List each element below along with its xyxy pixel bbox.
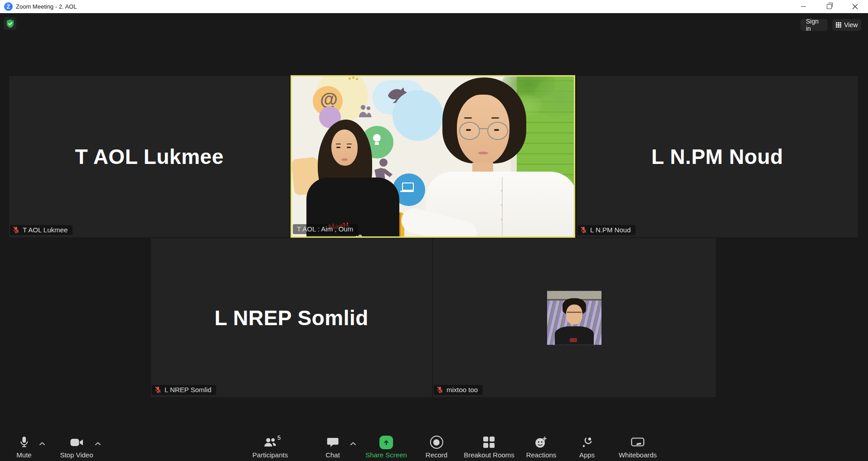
view-grid-icon xyxy=(836,22,842,28)
participant-tile-noud[interactable]: L N.PM Noud L N.PM Noud xyxy=(577,76,858,237)
view-button[interactable]: View xyxy=(832,19,861,31)
breakout-rooms-button[interactable]: Breakout Rooms xyxy=(464,435,514,459)
participants-count-badge: 5 xyxy=(277,434,281,441)
reactions-button[interactable]: Reactions xyxy=(526,435,557,459)
chevron-up-icon xyxy=(95,442,101,446)
meeting-security-button[interactable] xyxy=(4,17,16,30)
title-bar: Z Zoom Meeting - 2. AOL xyxy=(0,0,868,13)
record-button[interactable]: Record xyxy=(426,435,447,459)
participant-display-name: T AOL Lukmee xyxy=(75,144,223,169)
reactions-label: Reactions xyxy=(526,451,557,459)
close-button[interactable] xyxy=(842,0,868,13)
profile-photo xyxy=(547,291,601,345)
video-feed: @ xyxy=(292,77,574,236)
zoom-logo-icon: Z xyxy=(4,2,13,11)
face-detail xyxy=(491,117,499,119)
muted-mic-icon xyxy=(12,226,20,234)
breakout-rooms-label: Breakout Rooms xyxy=(464,451,514,459)
share-screen-icon xyxy=(379,436,393,449)
view-label: View xyxy=(844,21,858,29)
whiteboard-icon xyxy=(631,437,645,447)
shield-check-icon xyxy=(6,19,14,28)
participant-name-label: L NREP Somlid xyxy=(152,385,216,395)
video-options-chevron[interactable] xyxy=(95,439,101,447)
face-detail xyxy=(478,152,488,154)
apps-icon xyxy=(581,437,593,448)
mute-options-chevron[interactable] xyxy=(39,439,45,447)
chat-bubble-icon xyxy=(327,437,339,448)
participant-name-text: T AOL : Aim , Oum xyxy=(297,225,353,233)
restore-button[interactable] xyxy=(816,0,842,13)
participant-tile-lukmee[interactable]: T AOL Lukmee T AOL Lukmee xyxy=(9,76,290,237)
laptop-icon xyxy=(400,191,414,192)
chat-label: Chat xyxy=(325,451,340,459)
face-detail xyxy=(347,144,352,144)
stop-video-button[interactable]: Stop Video xyxy=(60,435,93,459)
muted-mic-icon xyxy=(436,386,444,394)
participant-display-name: L NREP Somlid xyxy=(214,306,369,330)
photo-person xyxy=(567,312,582,317)
participants-label: Participants xyxy=(252,451,288,459)
participant-tile-video-active[interactable]: @ xyxy=(291,75,575,238)
participant-display-name: L N.PM Noud xyxy=(651,144,783,169)
apps-button[interactable]: Apps xyxy=(579,435,595,459)
share-screen-label: Share Screen xyxy=(365,451,407,459)
minimize-button[interactable] xyxy=(790,0,816,13)
face-detail xyxy=(341,158,348,161)
stop-video-label: Stop Video xyxy=(60,451,93,459)
people-silhouette-icon xyxy=(358,105,374,118)
video-camera-icon xyxy=(70,437,83,447)
shirt-detail xyxy=(501,190,503,192)
participant-name-text: T AOL Lukmee xyxy=(23,226,68,234)
photo-person xyxy=(570,338,577,342)
breakout-rooms-icon xyxy=(484,437,495,448)
mural-dot xyxy=(349,77,351,80)
participant-tile-mixtoo[interactable]: mixtoo too xyxy=(433,238,716,397)
whiteboards-button[interactable]: Whiteboards xyxy=(619,435,657,459)
participant-name-label: L N.PM Noud xyxy=(577,225,635,235)
face-detail xyxy=(464,117,472,119)
laptop-icon xyxy=(402,182,414,191)
mural-dot xyxy=(352,77,354,79)
apps-label: Apps xyxy=(579,451,595,459)
record-label: Record xyxy=(426,451,447,459)
person-right-face xyxy=(457,95,509,165)
reactions-smiley-icon xyxy=(535,436,548,449)
mural-dot xyxy=(356,78,358,80)
sign-in-label: Sign in xyxy=(806,18,822,32)
shirt-detail xyxy=(502,177,503,238)
lightbulb-icon xyxy=(375,142,379,145)
record-icon xyxy=(430,436,443,449)
lightbulb-icon xyxy=(373,134,381,142)
chevron-up-icon xyxy=(350,442,356,446)
window-title: Zoom Meeting - 2. AOL xyxy=(16,0,77,13)
glasses-icon xyxy=(479,128,487,129)
face-detail xyxy=(494,129,499,131)
mute-label: Mute xyxy=(16,451,31,459)
chevron-up-icon xyxy=(39,442,45,446)
restore-icon xyxy=(827,4,832,9)
mute-button[interactable]: Mute xyxy=(16,435,31,459)
sign-in-button[interactable]: Sign in xyxy=(800,19,828,31)
participant-name-text: mixtoo too xyxy=(446,386,478,394)
face-detail xyxy=(336,147,340,148)
share-screen-button[interactable]: Share Screen xyxy=(365,435,407,459)
shirt-detail xyxy=(501,204,503,206)
face-detail xyxy=(466,129,471,131)
zoom-meeting-window: Z Zoom Meeting - 2. AOL Sign in View T A… xyxy=(0,0,868,461)
glasses-icon xyxy=(459,122,480,140)
person-left-face xyxy=(331,130,358,166)
whiteboards-label: Whiteboards xyxy=(619,451,657,459)
participant-name-text: L NREP Somlid xyxy=(165,386,211,394)
glasses-icon xyxy=(487,122,508,140)
participants-button[interactable]: 5 Participants xyxy=(252,435,288,459)
muted-mic-icon xyxy=(154,386,162,394)
muted-mic-icon xyxy=(580,226,587,234)
chat-options-chevron[interactable] xyxy=(350,439,356,447)
participant-name-label: mixtoo too xyxy=(434,385,483,395)
participant-tile-somlid[interactable]: L NREP Somlid L NREP Somlid xyxy=(151,238,432,397)
chat-button[interactable]: Chat xyxy=(325,435,340,459)
participant-name-label: T AOL Lukmee xyxy=(10,225,73,235)
mural-bubble xyxy=(393,90,443,141)
arrow-up-icon xyxy=(383,439,390,446)
